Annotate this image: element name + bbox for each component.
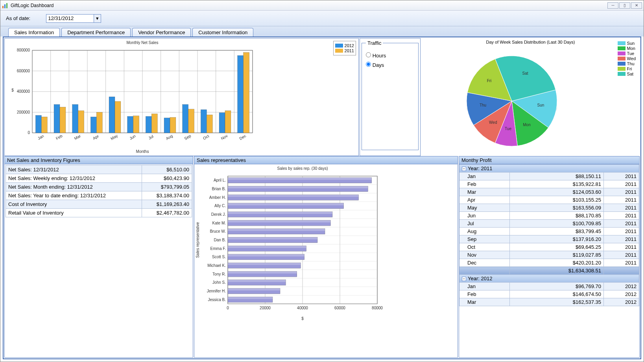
svg-text:May: May <box>110 133 118 141</box>
svg-rect-18 <box>35 115 41 133</box>
svg-rect-140 <box>228 288 280 290</box>
profit-row[interactable]: Oct$69,645.252011 <box>459 243 639 251</box>
profit-row[interactable]: Jan$88,150.112011 <box>459 173 639 180</box>
panel-monthly-sales: 20122011 Monthly Net Sales02000004000006… <box>4 38 359 156</box>
asof-date-input[interactable] <box>46 15 94 22</box>
svg-rect-22 <box>54 105 60 133</box>
asof-label: As of date: <box>6 15 30 21</box>
svg-text:Emma F.: Emma F. <box>210 246 226 251</box>
legend-item: Tue <box>618 51 636 56</box>
profit-year-group[interactable]: −Year: 2011 <box>459 165 639 173</box>
traffic-days-option[interactable]: Days <box>366 62 414 68</box>
svg-rect-63 <box>244 52 249 133</box>
svg-text:Amber H.: Amber H. <box>209 195 226 200</box>
dow-pie-chart: Day of Week Sales Distribution (Last 30 … <box>421 38 640 156</box>
legend-item: 2011 <box>335 48 354 53</box>
tab-department-performance[interactable]: Department Performance <box>61 28 131 37</box>
legend-item: Thu <box>618 61 636 66</box>
close-button[interactable]: ✕ <box>631 2 642 9</box>
profit-row[interactable]: Nov$119,027.852011 <box>459 251 639 259</box>
svg-text:Wed: Wed <box>489 120 497 125</box>
svg-text:Jennifer H.: Jennifer H. <box>207 289 226 293</box>
asof-date-picker[interactable]: ▾ <box>46 14 101 23</box>
profit-row[interactable]: Apr$103,155.252011 <box>459 196 639 204</box>
figures-table: Net Sales: 12/31/2012$6,510.00Net Sales:… <box>6 165 192 217</box>
svg-text:600000: 600000 <box>17 69 30 73</box>
svg-text:800000: 800000 <box>17 48 30 52</box>
legend-item: Mon <box>618 46 636 51</box>
svg-text:Aug: Aug <box>165 134 173 141</box>
svg-text:Sep: Sep <box>183 134 192 141</box>
svg-text:Mon: Mon <box>523 123 530 127</box>
svg-text:Jun: Jun <box>129 134 136 141</box>
panel-sales-reps: Sales representatives Sales by sales rep… <box>194 156 458 358</box>
svg-text:Michael K.: Michael K. <box>207 263 226 268</box>
svg-rect-2 <box>6 3 7 8</box>
svg-rect-55 <box>207 115 212 133</box>
reps-header: Sales representatives <box>194 156 458 164</box>
svg-rect-19 <box>41 117 47 133</box>
panel-traffic: Traffic Hours Days <box>360 38 421 156</box>
svg-rect-38 <box>127 116 133 133</box>
profit-year-group[interactable]: −Year: 2012 <box>459 275 639 283</box>
svg-rect-92 <box>228 186 368 188</box>
svg-rect-35 <box>115 101 121 133</box>
svg-rect-23 <box>60 107 66 133</box>
profit-row[interactable]: May$163,556.092011 <box>459 204 639 212</box>
dropdown-icon[interactable]: ▾ <box>94 15 101 22</box>
tab-vendor-performance[interactable]: Vendor Performance <box>132 28 191 37</box>
svg-rect-116 <box>228 237 317 239</box>
profit-table[interactable]: −Year: 2011Jan$88,150.112011Feb$135,922.… <box>459 164 639 306</box>
profit-row[interactable]: Mar$124,053.602011 <box>459 188 639 196</box>
svg-rect-108 <box>228 220 330 222</box>
svg-text:400000: 400000 <box>17 89 30 94</box>
toolbar: As of date: ▾ <box>0 11 644 26</box>
svg-text:Tue: Tue <box>505 127 511 131</box>
svg-rect-31 <box>96 112 102 133</box>
svg-text:Jul: Jul <box>148 134 154 140</box>
profit-row[interactable]: Aug$83,799.452011 <box>459 228 639 235</box>
svg-rect-26 <box>72 105 78 133</box>
svg-text:Months: Months <box>136 149 149 154</box>
svg-text:Sat: Sat <box>522 71 528 75</box>
svg-rect-96 <box>228 195 359 197</box>
profit-row[interactable]: Feb$135,922.812011 <box>459 180 639 188</box>
svg-text:40000: 40000 <box>297 306 308 310</box>
traffic-legend: Traffic <box>366 40 383 46</box>
panel-dow-pie: Day of Week Sales Distribution (Last 30 … <box>421 38 640 156</box>
profit-row[interactable]: Dec$420,201.202011 <box>459 259 639 267</box>
tab-sales-information[interactable]: Sales Information <box>8 28 60 37</box>
svg-rect-30 <box>90 117 96 133</box>
svg-text:Brian B.: Brian B. <box>212 187 226 191</box>
svg-rect-144 <box>228 297 273 299</box>
svg-text:Fri: Fri <box>487 79 492 83</box>
svg-text:April L.: April L. <box>214 178 226 182</box>
profit-row[interactable]: Sep$137,916.202011 <box>459 235 639 243</box>
content-area: 20122011 Monthly Net Sales02000004000006… <box>3 37 641 359</box>
svg-text:60000: 60000 <box>334 306 345 310</box>
maximize-button[interactable]: ▯ <box>619 2 630 9</box>
svg-rect-136 <box>228 280 286 282</box>
sales-reps-chart: Sales by sales rep. (30 days)02000040000… <box>194 164 458 357</box>
svg-text:Sales representative: Sales representative <box>196 222 200 258</box>
svg-rect-100 <box>228 203 344 206</box>
table-row: Net Sales: 12/31/2012$6,510.00 <box>6 165 192 174</box>
profit-row[interactable]: Jan$96,769.702012 <box>459 283 639 290</box>
profit-row[interactable]: Feb$146,674.502012 <box>459 290 639 298</box>
tab-customer-information[interactable]: Customer Information <box>192 28 253 37</box>
table-row: Net Sales: Month ending: 12/31/2012$793,… <box>6 183 192 191</box>
svg-text:Bruce W.: Bruce W. <box>210 229 226 233</box>
traffic-hours-option[interactable]: Hours <box>366 52 414 59</box>
profit-row[interactable]: Mar$162,537.352012 <box>459 298 639 306</box>
svg-text:Ally C.: Ally C. <box>214 204 226 208</box>
profit-row[interactable]: Jun$88,170.852011 <box>459 212 639 220</box>
svg-rect-1 <box>4 4 6 8</box>
profit-row[interactable]: Jul$100,709.852011 <box>459 220 639 228</box>
profit-header: Monthy Profit <box>459 156 639 164</box>
svg-text:John S.: John S. <box>212 280 226 285</box>
svg-text:Nov: Nov <box>220 134 229 141</box>
title-bar: GiftLogic Dashboard ─ ▯ ✕ <box>0 0 644 11</box>
svg-text:Thu: Thu <box>480 103 486 107</box>
svg-rect-39 <box>133 116 139 133</box>
minimize-button[interactable]: ─ <box>607 2 618 9</box>
